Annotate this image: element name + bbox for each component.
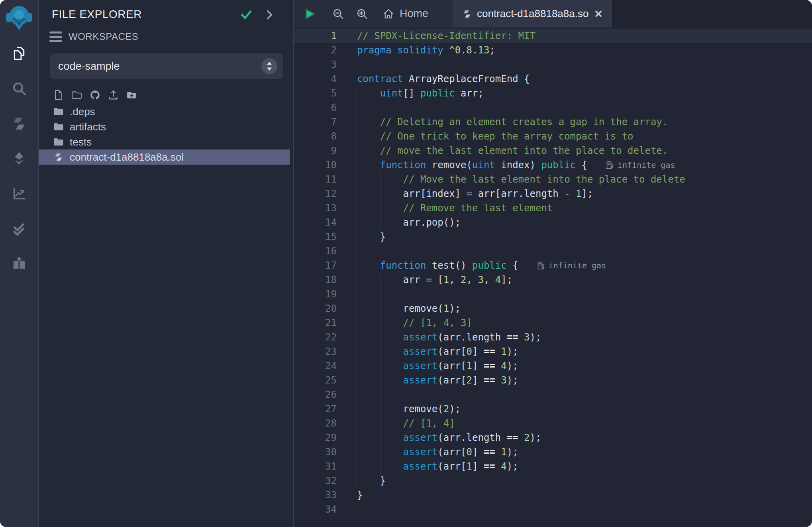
code-line[interactable]: 24 assert(arr[1] == 4); (294, 359, 812, 373)
code-line[interactable]: 17 function test() public { infinite gas (294, 258, 812, 273)
tree-folder-artifacts[interactable]: artifacts (39, 119, 293, 134)
line-number[interactable]: 9 (294, 144, 357, 158)
line-number[interactable]: 22 (294, 330, 357, 344)
line-number[interactable]: 20 (294, 301, 357, 316)
code-line[interactable]: 10 function remove(uint index) public { … (294, 158, 812, 172)
solidity-compiler-icon[interactable] (11, 116, 27, 132)
code-line[interactable]: 16 (294, 244, 812, 258)
line-number[interactable]: 25 (294, 373, 357, 387)
code-line[interactable]: 9 // move the last element into the plac… (294, 144, 812, 158)
tab-home[interactable]: Home (382, 8, 428, 20)
code-line[interactable]: 5 uint[] public arr; (294, 86, 812, 100)
line-number[interactable]: 1 (294, 29, 357, 43)
code-line[interactable]: 33} (294, 488, 812, 502)
line-number[interactable]: 6 (294, 100, 357, 115)
line-number[interactable]: 14 (294, 215, 357, 230)
line-number[interactable]: 21 (294, 316, 357, 330)
code-line[interactable]: 4contract ArrayReplaceFromEnd { (294, 72, 812, 86)
line-number[interactable]: 5 (294, 86, 357, 100)
code-line[interactable]: 1// SPDX-License-Identifier: MIT (294, 29, 812, 43)
line-number[interactable]: 13 (294, 201, 357, 215)
code-line[interactable]: 19 (294, 287, 812, 301)
line-number[interactable]: 10 (294, 158, 357, 172)
line-number[interactable]: 34 (294, 502, 357, 517)
line-number[interactable]: 17 (294, 258, 357, 273)
code-line[interactable]: 26 (294, 387, 812, 402)
code-line[interactable]: 12 arr[index] = arr[arr.length - 1]; (294, 187, 812, 201)
file-explorer-icon[interactable] (11, 45, 27, 61)
zoom-in-icon[interactable] (356, 8, 369, 20)
line-number[interactable]: 3 (294, 57, 357, 72)
line-number[interactable]: 11 (294, 172, 357, 187)
home-tab-label: Home (400, 8, 428, 20)
line-number[interactable]: 26 (294, 387, 357, 402)
upload-file-icon[interactable] (108, 89, 119, 101)
line-number[interactable]: 30 (294, 445, 357, 459)
run-script-icon[interactable] (304, 8, 316, 20)
workspace-stepper-icon[interactable] (261, 58, 277, 74)
line-number[interactable]: 4 (294, 72, 357, 86)
line-number[interactable]: 2 (294, 43, 357, 57)
workspace-select[interactable]: code-sample (50, 53, 283, 79)
line-number[interactable]: 33 (294, 488, 357, 502)
code-line[interactable]: 34 (294, 502, 812, 517)
code-line[interactable]: 18 arr = [1, 2, 3, 4]; (294, 273, 812, 287)
code-line[interactable]: 29 assert(arr.length == 2); (294, 431, 812, 445)
learneth-icon[interactable] (11, 256, 27, 272)
create-file-icon[interactable] (53, 89, 64, 101)
code-line[interactable]: 27 remove(2); (294, 402, 812, 416)
search-icon[interactable] (11, 81, 27, 96)
code-line[interactable]: 8 // One trick to keep the array compact… (294, 129, 812, 144)
line-number[interactable]: 18 (294, 273, 357, 287)
code-line[interactable]: 15 } (294, 230, 812, 244)
line-number[interactable]: 29 (294, 431, 357, 445)
chevron-right-icon[interactable] (263, 8, 276, 21)
remix-logo-icon[interactable] (4, 2, 35, 34)
statistics-icon[interactable] (11, 186, 27, 202)
code-lines[interactable]: 1// SPDX-License-Identifier: MIT2pragma … (294, 28, 812, 517)
code-line[interactable]: 32 } (294, 474, 812, 488)
line-number[interactable]: 24 (294, 359, 357, 373)
code-line[interactable]: 30 assert(arr[0] == 1); (294, 445, 812, 459)
code-line[interactable]: 3 (294, 57, 812, 72)
line-number[interactable]: 19 (294, 287, 357, 301)
line-number[interactable]: 15 (294, 230, 357, 244)
line-number[interactable]: 28 (294, 416, 357, 431)
code-line[interactable]: 22 assert(arr.length == 3); (294, 330, 812, 344)
clone-github-icon[interactable] (89, 89, 101, 101)
tab-contract[interactable]: contract-d1a8818a8a.sol ✕ (453, 0, 612, 28)
line-number[interactable]: 8 (294, 129, 357, 144)
tree-folder-deps[interactable]: .deps (39, 104, 293, 119)
code-line[interactable]: 13 // Remove the last element (294, 201, 812, 215)
line-number[interactable]: 31 (294, 459, 357, 474)
accept-check-icon[interactable] (239, 8, 253, 21)
line-number[interactable]: 7 (294, 115, 357, 129)
code-line[interactable]: 2pragma solidity ^0.8.13; (294, 43, 812, 57)
code-line[interactable]: 31 assert(arr[1] == 4); (294, 459, 812, 474)
deploy-run-icon[interactable] (11, 151, 27, 167)
code-line[interactable]: 6 (294, 100, 812, 115)
zoom-out-icon[interactable] (332, 8, 345, 20)
workspaces-menu-icon[interactable] (49, 31, 62, 42)
code-line[interactable]: 28 // [1, 4] (294, 416, 812, 431)
line-number[interactable]: 12 (294, 187, 357, 201)
unit-testing-icon[interactable] (11, 221, 27, 237)
create-folder-icon[interactable] (71, 89, 82, 101)
code-line[interactable]: 7 // Deleting an element creates a gap i… (294, 115, 812, 129)
code-line[interactable]: 21 // [1, 4, 3] (294, 316, 812, 330)
tab-close-icon[interactable]: ✕ (594, 9, 603, 19)
line-number[interactable]: 23 (294, 344, 357, 359)
code-area[interactable]: 1// SPDX-License-Identifier: MIT2pragma … (294, 28, 812, 527)
tree-file-contract[interactable]: contract-d1a8818a8a.sol (39, 149, 290, 165)
code-line[interactable]: 11 // Move the last element into the pla… (294, 172, 812, 187)
tree-folder-tests[interactable]: tests (39, 134, 293, 149)
code-line[interactable]: 20 remove(1); (294, 301, 812, 316)
line-number[interactable]: 16 (294, 244, 357, 258)
code-line[interactable]: 23 assert(arr[0] == 1); (294, 344, 812, 359)
line-number[interactable]: 32 (294, 474, 357, 488)
code-line[interactable]: 14 arr.pop(); (294, 215, 812, 230)
workspace-name: code-sample (58, 60, 261, 73)
line-number[interactable]: 27 (294, 402, 357, 416)
upload-folder-icon[interactable] (126, 89, 137, 101)
code-line[interactable]: 25 assert(arr[2] == 3); (294, 373, 812, 387)
